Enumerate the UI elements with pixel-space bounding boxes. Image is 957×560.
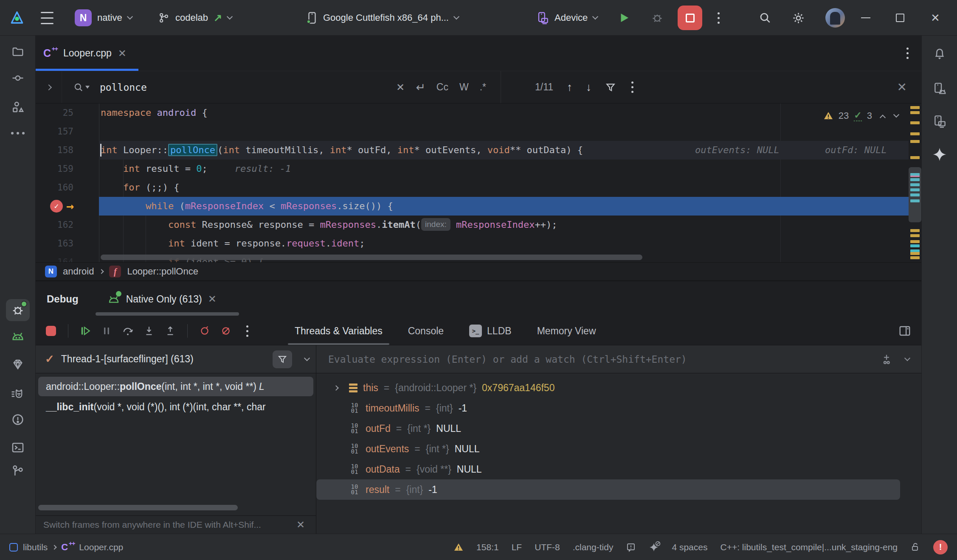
code-line-25[interactable]: 25namespace android { [36,104,921,122]
status-warning-icon[interactable] [453,542,464,552]
avatar[interactable] [825,0,845,36]
editor-horizontal-scrollbar[interactable] [101,255,642,260]
variable-row-outFd[interactable]: 1001outFd={int *}NULL [316,418,921,439]
line-number[interactable]: 157 [36,122,99,141]
file-encoding[interactable]: UTF-8 [535,542,560,552]
next-problem-icon[interactable] [893,112,899,118]
resume-button[interactable] [77,322,94,339]
previous-occurrence-icon[interactable]: ↑ [567,81,572,94]
regex-toggle[interactable]: .* [480,81,486,93]
editor-options-kebab-icon[interactable] [905,46,910,61]
mute-breakpoints-button[interactable] [217,322,234,339]
ai-disabled-sparkle-icon[interactable] [649,542,659,552]
line-number[interactable]: 164 [36,253,99,262]
build-configuration[interactable]: C++: libutils_test_compile|...unk_stagin… [720,542,898,552]
minimize-button[interactable] [861,0,870,36]
logcat-icon[interactable] [6,383,30,405]
evaluate-expression-input[interactable]: Evaluate expression (Enter) or add a wat… [316,345,921,373]
more-actions-button[interactable] [716,0,721,36]
step-into-button[interactable] [141,322,158,339]
line-number[interactable]: 163 [36,234,99,253]
session-close-icon[interactable]: ✕ [208,294,217,304]
view-breakpoints-button[interactable] [196,322,213,339]
device-mirror-selector[interactable]: Adevice [537,0,597,36]
problems-icon[interactable] [6,409,30,431]
app-quality-insights-icon[interactable] [6,353,30,375]
error-notification-badge[interactable]: ! [933,540,948,554]
stop-button[interactable] [678,6,702,30]
search-everywhere-button[interactable] [758,0,772,36]
newline-icon[interactable]: ↵ [416,81,425,94]
line-number[interactable]: 162 [36,216,99,234]
frames-horizontal-scrollbar[interactable] [38,505,238,510]
pause-button[interactable] [98,322,115,339]
code-line-162[interactable]: 162 const Response& response = mResponse… [36,216,921,234]
variable-row-timeoutMillis[interactable]: 1001timeoutMillis={int}-1 [316,398,921,418]
notifications-bell-icon[interactable] [928,42,951,64]
version-control-icon[interactable] [6,460,30,482]
code-line-159[interactable]: 159 int result = 0;result: -1 [36,160,921,178]
breadcrumb-function[interactable]: Looper::pollOnce [127,266,198,277]
layout-settings-icon[interactable] [898,325,911,337]
debug-button[interactable] [651,0,664,36]
filter-search-icon[interactable] [605,82,616,93]
evaluate-expand-chevron-icon[interactable] [904,355,910,361]
readme-todo-icon[interactable] [626,542,636,552]
tab-scrollbar[interactable] [96,312,239,316]
code-line-160[interactable]: 160 for (;;) { [36,178,921,197]
breakpoint-icon[interactable]: ✓ [50,200,63,213]
line-number[interactable]: 25 [36,104,99,122]
variable-row-outEvents[interactable]: 1001outEvents={int *}NULL [316,439,921,459]
status-file[interactable]: Looper.cpp [79,542,123,552]
stack-frame[interactable]: __libc_init(void *, void (*)(), int (*)(… [38,397,313,417]
lock-open-icon[interactable] [910,542,920,552]
match-case-toggle[interactable]: Cc [436,81,448,93]
line-number[interactable]: 159 [36,160,99,178]
status-module[interactable]: libutils [23,542,48,552]
line-number[interactable]: 160 [36,178,99,197]
step-over-button[interactable] [119,322,136,339]
clear-search-icon[interactable]: ✕ [396,81,405,93]
device-selector[interactable]: Google Cuttlefish x86_64 ph... [307,0,459,36]
add-watch-icon[interactable] [881,353,892,365]
close-window-button[interactable]: ✕ [931,0,940,36]
terminal-icon[interactable] [6,437,30,459]
debugger-tab-lldb[interactable]: >_LLDB [456,317,524,345]
search-options-kebab-icon[interactable] [630,80,635,95]
maximize-button[interactable] [896,0,904,36]
commit-icon[interactable] [6,67,30,89]
stop-process-button[interactable] [42,322,59,339]
variable-row-outData[interactable]: 1001outData={void **}NULL [316,459,921,479]
debugger-tab-console[interactable]: Console [395,317,456,345]
thread-dropdown-chevron-icon[interactable] [304,355,310,361]
code-line-163[interactable]: 163 int ident = response.request.ident; [36,234,921,253]
tab-looper-cpp[interactable]: C++ Looper.cpp ✕ [36,36,138,71]
more-tool-windows-icon[interactable] [6,122,30,144]
next-occurrence-icon[interactable]: ↓ [586,81,591,94]
structure-icon[interactable] [6,96,30,118]
step-out-button[interactable] [162,322,179,339]
find-expander[interactable] [36,71,62,103]
run-button[interactable] [618,0,630,36]
debug-options-kebab-icon[interactable] [239,322,256,339]
debugger-tab-memory-view[interactable]: Memory View [524,317,609,345]
debug-session-tab[interactable]: Native Only (613) ✕ [107,294,217,305]
search-field[interactable]: pollonce ✕ ↵ Cc W .* [62,71,501,103]
tip-close-icon[interactable]: ✕ [296,520,305,530]
line-number[interactable]: 158 [36,141,99,160]
running-devices-icon[interactable] [928,110,951,132]
variable-row-result[interactable]: 1001result={int}-1 [316,479,900,500]
device-manager-icon[interactable] [928,78,951,100]
main-menu-button[interactable] [41,0,53,36]
whole-words-toggle[interactable]: W [459,81,469,93]
inspection-widget[interactable]: 23 ✓ 3 [819,109,903,123]
stack-frame[interactable]: android::Looper::pollOnce(int, int *, in… [38,377,313,396]
vcs-branch-selector[interactable]: codelab ↗ [158,0,232,36]
thread-selector[interactable]: ✓ Thread-1-[surfaceflinger] (613) [36,345,316,373]
tab-close-icon[interactable]: ✕ [118,48,127,59]
code-line-161[interactable]: ✓→ while (mResponseIndex < mResponses.si… [36,197,921,216]
editor-scrollbar-thumb[interactable] [909,167,921,222]
code-line-158[interactable]: 158int Looper::pollOnce(int timeoutMilli… [36,141,921,160]
caret-position[interactable]: 158:1 [476,542,499,552]
variable-row-this[interactable]: this={android::Looper *}0x7967aa146f50 [316,378,921,398]
